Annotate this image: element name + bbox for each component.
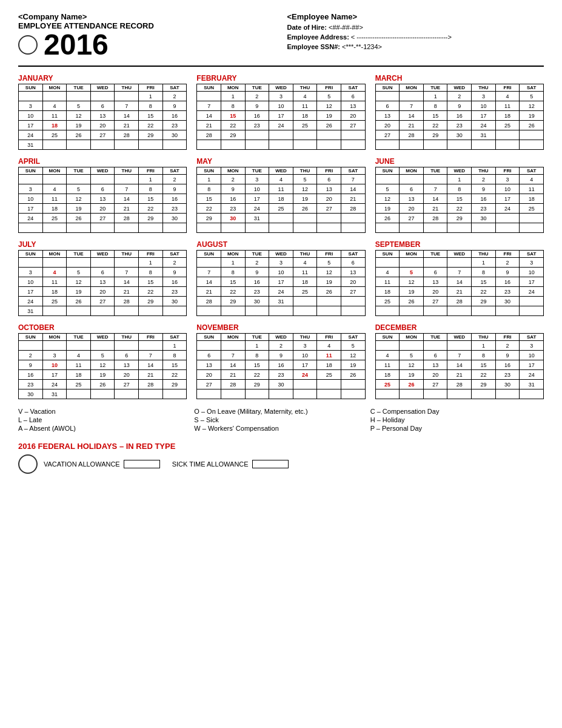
cal-cell: 23	[162, 204, 187, 214]
cal-cell: 28	[341, 204, 365, 214]
cal-cell	[19, 175, 43, 184]
legend-o: O – On Leave (Military, Maternity, etc.)	[194, 408, 367, 415]
cal-cell: 4	[42, 101, 67, 111]
cal-cell: 7	[400, 101, 424, 111]
cal-cell: 26	[317, 287, 341, 297]
cal-cell	[197, 258, 221, 268]
cal-cell: 28	[115, 214, 139, 223]
cal-cell	[67, 175, 91, 184]
vacation-label: VACATION ALLOWANCE	[44, 460, 120, 468]
day-header-thu: THU	[472, 167, 496, 175]
cal-cell	[317, 214, 341, 223]
cal-cell: 2	[447, 92, 472, 101]
cal-cell	[197, 140, 221, 150]
cal-cell: 24	[269, 287, 293, 297]
cal-cell: 22	[221, 287, 245, 297]
cal-cell: 20	[90, 204, 115, 214]
cal-cell: 12	[67, 277, 91, 287]
day-header-sun: SUN	[375, 251, 400, 258]
cal-cell	[197, 341, 221, 351]
cal-cell: 16	[472, 194, 496, 204]
cal-cell: 6	[90, 268, 115, 277]
month-title-november: NOVEMBER	[196, 323, 365, 332]
cal-cell	[520, 214, 544, 223]
sick-box[interactable]	[252, 460, 289, 468]
cal-cell: 4	[42, 184, 67, 194]
day-header-fri: FRI	[139, 167, 163, 175]
cal-cell: 1	[221, 258, 245, 268]
cal-cell	[317, 380, 341, 389]
cal-cell: 19	[341, 360, 365, 370]
day-header-mon: MON	[221, 167, 245, 175]
cal-cell: 29	[221, 130, 245, 140]
month-block-july: JULYSUNMONTUEWEDTHUFRISAT123456789101112…	[18, 240, 187, 316]
cal-cell	[341, 140, 365, 150]
cal-cell: 19	[400, 370, 424, 380]
cal-cell: 21	[221, 370, 245, 380]
cal-cell	[495, 130, 520, 140]
cal-cell: 18	[269, 194, 293, 204]
cal-cell: 17	[42, 370, 67, 380]
cal-cell: 4	[375, 268, 400, 277]
cal-cell: 21	[447, 370, 472, 380]
day-header-fri: FRI	[495, 167, 520, 175]
cal-cell: 14	[115, 194, 139, 204]
cal-cell: 30	[472, 214, 496, 223]
cal-cell	[447, 389, 472, 399]
cal-cell: 27	[341, 121, 365, 130]
cal-cell	[520, 389, 544, 399]
cal-cell: 15	[423, 111, 447, 121]
cal-cell: 11	[269, 184, 293, 194]
cal-cell: 14	[341, 184, 365, 194]
day-header-wed: WED	[447, 334, 472, 341]
cal-cell: 30	[19, 389, 43, 399]
day-header-sat: SAT	[162, 251, 187, 258]
cal-cell: 26	[375, 214, 400, 223]
cal-cell: 17	[19, 287, 43, 297]
cal-cell: 17	[495, 194, 520, 204]
cal-cell: 3	[42, 351, 67, 360]
cal-cell: 22	[245, 370, 269, 380]
day-header-mon: MON	[42, 251, 67, 258]
month-block-december: DECEMBERSUNMONTUEWEDTHUFRISAT12345678910…	[375, 323, 544, 399]
cal-cell	[495, 223, 520, 233]
cal-cell	[245, 306, 269, 316]
cal-cell: 6	[423, 351, 447, 360]
cal-cell: 31	[472, 130, 496, 140]
cal-cell: 13	[423, 360, 447, 370]
cal-cell: 15	[139, 111, 163, 121]
cal-cell: 9	[162, 268, 187, 277]
cal-cell	[423, 389, 447, 399]
cal-cell	[472, 389, 496, 399]
cal-cell	[495, 306, 520, 316]
cal-cell: 30	[162, 214, 187, 223]
cal-cell: 28	[447, 297, 472, 306]
cal-cell: 27	[90, 214, 115, 223]
cal-cell: 5	[520, 92, 544, 101]
day-header-fri: FRI	[495, 334, 520, 341]
cal-cell: 8	[162, 351, 187, 360]
day-header-fri: FRI	[317, 167, 341, 175]
cal-cell: 24	[19, 130, 43, 140]
day-header-sat: SAT	[162, 167, 187, 175]
cal-cell	[447, 258, 472, 268]
day-header-sat: SAT	[341, 167, 365, 175]
cal-cell: 29	[139, 130, 163, 140]
day-header-sat: SAT	[520, 84, 544, 92]
vacation-box[interactable]	[124, 460, 160, 468]
cal-cell	[269, 140, 293, 150]
day-header-thu: THU	[293, 334, 317, 341]
sick-allowance: SICK TIME ALLOWANCE	[172, 460, 289, 468]
cal-cell: 13	[90, 194, 115, 204]
day-header-sun: SUN	[19, 167, 43, 175]
cal-cell: 19	[400, 287, 424, 297]
cal-cell: 29	[472, 297, 496, 306]
holidays-title: 2016 FEDERAL HOLIDAYS – IN RED TYPE	[18, 442, 544, 451]
month-title-june: JUNE	[375, 157, 544, 166]
cal-cell: 15	[139, 277, 163, 287]
cal-cell: 13	[90, 277, 115, 287]
cal-cell: 11	[42, 194, 67, 204]
header-right: <Employee Name> Date of Hire: <##-##-##>…	[275, 12, 544, 59]
cal-cell: 2	[162, 92, 187, 101]
cal-cell: 27	[90, 297, 115, 306]
